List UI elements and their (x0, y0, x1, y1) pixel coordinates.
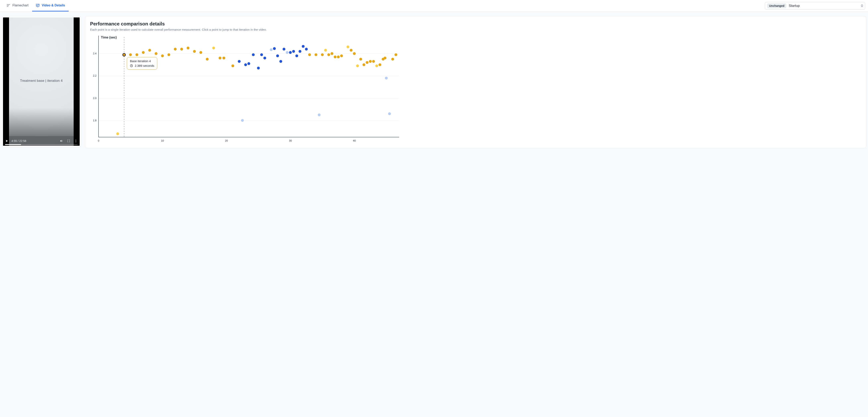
video-controls: 4:55 / 22:58 (3, 136, 80, 146)
chart-point[interactable] (340, 54, 343, 57)
chart-point[interactable] (276, 54, 279, 57)
chart-point[interactable] (292, 50, 295, 53)
chart-point[interactable] (199, 51, 202, 54)
metric-badge: Unchanged (767, 3, 786, 8)
chart-point[interactable] (222, 57, 225, 60)
chart-point[interactable] (142, 51, 145, 54)
chart-point[interactable] (321, 53, 324, 56)
video-time: 4:55 / 22:58 (11, 139, 26, 143)
chart-point[interactable] (148, 49, 151, 52)
chart-point[interactable] (212, 47, 215, 49)
chart-point[interactable] (363, 63, 365, 66)
svg-text:2.0: 2.0 (93, 97, 96, 100)
tab-flamechart[interactable]: Flamechart (3, 0, 32, 11)
video-panel: Treatment base | iteration 4 4:55 / 22:5… (2, 16, 81, 147)
chart-point[interactable] (273, 47, 276, 50)
chart-point[interactable] (391, 58, 394, 61)
chart-point[interactable] (193, 50, 196, 53)
chart-point[interactable] (247, 62, 250, 65)
details-title: Performance comparison details (90, 21, 861, 27)
chart-point[interactable] (252, 53, 255, 56)
chart-point[interactable] (264, 57, 266, 60)
chart-point[interactable] (356, 64, 359, 67)
svg-text:10: 10 (161, 139, 164, 142)
chart-point[interactable] (161, 54, 164, 57)
chart-point[interactable] (384, 57, 386, 60)
video-chart-icon (36, 3, 40, 7)
svg-point-7 (75, 142, 76, 142)
chevron-up-down-icon (861, 4, 863, 7)
chart-point[interactable] (308, 53, 311, 56)
video-player[interactable]: Treatment base | iteration 4 4:55 / 22:5… (3, 18, 80, 146)
volume-icon[interactable] (60, 139, 63, 143)
chart-point[interactable] (219, 57, 221, 60)
svg-point-6 (75, 141, 76, 141)
chart-point[interactable] (305, 48, 308, 50)
chart-point[interactable] (315, 53, 317, 56)
chart-point[interactable] (116, 132, 119, 135)
svg-text:Time (sec): Time (sec) (101, 36, 117, 39)
chart-point[interactable] (286, 51, 288, 54)
chart-point[interactable] (324, 49, 327, 52)
chart-point[interactable] (327, 53, 330, 56)
chart-point[interactable] (318, 113, 321, 116)
video-progress[interactable] (5, 144, 78, 145)
chart-point[interactable] (270, 48, 273, 51)
chart-point[interactable] (395, 53, 397, 56)
chart-point[interactable] (123, 53, 125, 56)
chart-point[interactable] (174, 48, 177, 50)
chart-point[interactable] (231, 64, 234, 67)
chart-point[interactable] (299, 50, 301, 53)
chart-point[interactable] (187, 47, 189, 49)
chart-point[interactable] (372, 60, 375, 63)
chart-point[interactable] (167, 53, 170, 56)
chart-point[interactable] (129, 53, 132, 56)
svg-text:1.8: 1.8 (93, 119, 96, 122)
chart-point[interactable] (206, 58, 209, 61)
chart-point[interactable] (334, 56, 337, 58)
chart-point[interactable] (388, 112, 391, 115)
svg-text:40: 40 (353, 139, 356, 142)
chart-point[interactable] (279, 60, 282, 63)
chart-point[interactable] (350, 49, 352, 52)
chart-point[interactable] (375, 64, 378, 67)
chart-point[interactable] (369, 60, 372, 63)
chart-point[interactable] (296, 54, 298, 57)
chart-point[interactable] (385, 77, 388, 79)
chart-point[interactable] (366, 61, 369, 64)
chart-point[interactable] (302, 45, 305, 48)
fullscreen-icon[interactable] (67, 139, 70, 143)
metric-selector[interactable]: Unchanged Startup (765, 2, 865, 10)
chart-point[interactable] (238, 60, 241, 63)
chart-point[interactable] (337, 56, 340, 58)
tooltip-value: 2.389 seconds (135, 64, 154, 67)
chart-point[interactable] (180, 48, 183, 50)
chart-point[interactable] (331, 52, 333, 55)
svg-text:20: 20 (225, 139, 228, 142)
metric-value: Startup (789, 4, 859, 8)
more-icon[interactable] (74, 139, 78, 143)
chart-point[interactable] (378, 63, 381, 66)
chart-point[interactable] (346, 45, 349, 48)
chart-point[interactable] (257, 67, 260, 70)
chart-point[interactable] (135, 53, 138, 56)
chart-point[interactable] (282, 48, 285, 50)
tab-label: Video & Details (42, 4, 65, 7)
svg-text:0: 0 (98, 139, 99, 142)
chart-point[interactable] (260, 53, 263, 56)
tab-label: Flamechart (12, 4, 29, 7)
tab-video-details[interactable]: Video & Details (32, 0, 69, 11)
chart-point[interactable] (241, 119, 244, 122)
play-icon[interactable] (5, 139, 9, 143)
chart-point[interactable] (353, 52, 356, 55)
flamechart-icon (6, 3, 10, 7)
chart-point[interactable] (359, 58, 362, 61)
chart-point[interactable] (289, 51, 292, 54)
chart-tooltip: Base iteration 42.389 seconds (127, 57, 157, 70)
svg-text:2.4: 2.4 (93, 52, 96, 55)
chart-point[interactable] (244, 63, 247, 66)
performance-scatter-chart[interactable]: 1.82.02.22.4010203040Time (sec)Base iter… (90, 35, 403, 143)
details-panel: Performance comparison details Each poin… (85, 16, 866, 148)
chart-point[interactable] (155, 52, 157, 55)
svg-text:2.2: 2.2 (93, 74, 96, 77)
